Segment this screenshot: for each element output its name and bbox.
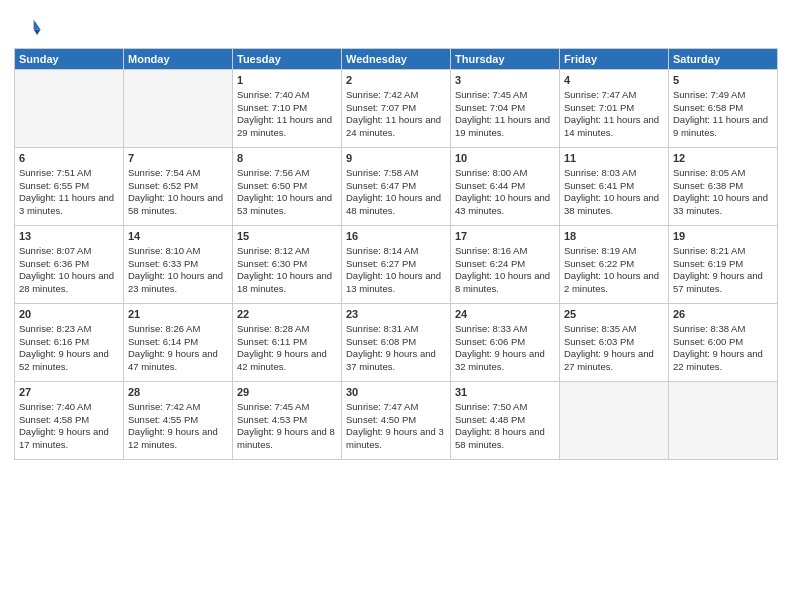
calendar-cell: 18Sunrise: 8:19 AMSunset: 6:22 PMDayligh… [560,226,669,304]
cell-content: 10Sunrise: 8:00 AMSunset: 6:44 PMDayligh… [455,151,555,218]
sunset-text: Sunset: 6:47 PM [346,180,416,191]
sunrise-text: Sunrise: 8:14 AM [346,245,418,256]
sunrise-text: Sunrise: 8:33 AM [455,323,527,334]
calendar-cell: 21Sunrise: 8:26 AMSunset: 6:14 PMDayligh… [124,304,233,382]
day-number: 9 [346,151,446,166]
sunrise-text: Sunrise: 8:10 AM [128,245,200,256]
day-number: 18 [564,229,664,244]
sunset-text: Sunset: 6:44 PM [455,180,525,191]
cell-content: 21Sunrise: 8:26 AMSunset: 6:14 PMDayligh… [128,307,228,374]
daylight-text: Daylight: 10 hours and 43 minutes. [455,192,550,216]
daylight-text: Daylight: 9 hours and 22 minutes. [673,348,763,372]
cell-content: 25Sunrise: 8:35 AMSunset: 6:03 PMDayligh… [564,307,664,374]
weekday-header: Thursday [451,49,560,70]
cell-content: 11Sunrise: 8:03 AMSunset: 6:41 PMDayligh… [564,151,664,218]
sunset-text: Sunset: 6:38 PM [673,180,743,191]
calendar-week-row: 27Sunrise: 7:40 AMSunset: 4:58 PMDayligh… [15,382,778,460]
calendar-cell: 15Sunrise: 8:12 AMSunset: 6:30 PMDayligh… [233,226,342,304]
day-number: 7 [128,151,228,166]
sunset-text: Sunset: 6:30 PM [237,258,307,269]
daylight-text: Daylight: 9 hours and 32 minutes. [455,348,545,372]
day-number: 16 [346,229,446,244]
day-number: 28 [128,385,228,400]
sunrise-text: Sunrise: 8:07 AM [19,245,91,256]
sunrise-text: Sunrise: 7:49 AM [673,89,745,100]
logo [14,14,46,42]
sunrise-text: Sunrise: 8:38 AM [673,323,745,334]
cell-content: 18Sunrise: 8:19 AMSunset: 6:22 PMDayligh… [564,229,664,296]
cell-content: 3Sunrise: 7:45 AMSunset: 7:04 PMDaylight… [455,73,555,140]
cell-content: 22Sunrise: 8:28 AMSunset: 6:11 PMDayligh… [237,307,337,374]
day-number: 17 [455,229,555,244]
sunset-text: Sunset: 6:41 PM [564,180,634,191]
sunset-text: Sunset: 4:58 PM [19,414,89,425]
sunset-text: Sunset: 4:53 PM [237,414,307,425]
sunset-text: Sunset: 6:52 PM [128,180,198,191]
daylight-text: Daylight: 10 hours and 33 minutes. [673,192,768,216]
day-number: 8 [237,151,337,166]
sunrise-text: Sunrise: 8:21 AM [673,245,745,256]
daylight-text: Daylight: 11 hours and 14 minutes. [564,114,659,138]
calendar-cell: 25Sunrise: 8:35 AMSunset: 6:03 PMDayligh… [560,304,669,382]
cell-content: 1Sunrise: 7:40 AMSunset: 7:10 PMDaylight… [237,73,337,140]
day-number: 6 [19,151,119,166]
cell-content: 12Sunrise: 8:05 AMSunset: 6:38 PMDayligh… [673,151,773,218]
cell-content: 9Sunrise: 7:58 AMSunset: 6:47 PMDaylight… [346,151,446,218]
calendar-cell [15,70,124,148]
calendar-cell: 14Sunrise: 8:10 AMSunset: 6:33 PMDayligh… [124,226,233,304]
cell-content: 29Sunrise: 7:45 AMSunset: 4:53 PMDayligh… [237,385,337,452]
daylight-text: Daylight: 9 hours and 17 minutes. [19,426,109,450]
day-number: 14 [128,229,228,244]
daylight-text: Daylight: 10 hours and 38 minutes. [564,192,659,216]
calendar-cell: 22Sunrise: 8:28 AMSunset: 6:11 PMDayligh… [233,304,342,382]
calendar-cell: 3Sunrise: 7:45 AMSunset: 7:04 PMDaylight… [451,70,560,148]
calendar-cell [124,70,233,148]
day-number: 19 [673,229,773,244]
day-number: 31 [455,385,555,400]
sunrise-text: Sunrise: 7:50 AM [455,401,527,412]
day-number: 11 [564,151,664,166]
cell-content: 27Sunrise: 7:40 AMSunset: 4:58 PMDayligh… [19,385,119,452]
cell-content: 20Sunrise: 8:23 AMSunset: 6:16 PMDayligh… [19,307,119,374]
day-number: 25 [564,307,664,322]
cell-content: 17Sunrise: 8:16 AMSunset: 6:24 PMDayligh… [455,229,555,296]
cell-content: 8Sunrise: 7:56 AMSunset: 6:50 PMDaylight… [237,151,337,218]
calendar-cell: 13Sunrise: 8:07 AMSunset: 6:36 PMDayligh… [15,226,124,304]
day-number: 22 [237,307,337,322]
calendar-week-row: 20Sunrise: 8:23 AMSunset: 6:16 PMDayligh… [15,304,778,382]
sunrise-text: Sunrise: 7:45 AM [237,401,309,412]
calendar-week-row: 13Sunrise: 8:07 AMSunset: 6:36 PMDayligh… [15,226,778,304]
sunset-text: Sunset: 6:03 PM [564,336,634,347]
cell-content: 30Sunrise: 7:47 AMSunset: 4:50 PMDayligh… [346,385,446,452]
day-number: 24 [455,307,555,322]
day-number: 26 [673,307,773,322]
calendar-cell: 31Sunrise: 7:50 AMSunset: 4:48 PMDayligh… [451,382,560,460]
svg-marker-1 [34,29,41,35]
sunrise-text: Sunrise: 8:03 AM [564,167,636,178]
calendar-week-row: 1Sunrise: 7:40 AMSunset: 7:10 PMDaylight… [15,70,778,148]
sunset-text: Sunset: 6:00 PM [673,336,743,347]
calendar-cell: 7Sunrise: 7:54 AMSunset: 6:52 PMDaylight… [124,148,233,226]
day-number: 1 [237,73,337,88]
day-number: 12 [673,151,773,166]
sunset-text: Sunset: 6:58 PM [673,102,743,113]
calendar-cell: 29Sunrise: 7:45 AMSunset: 4:53 PMDayligh… [233,382,342,460]
weekday-header-row: SundayMondayTuesdayWednesdayThursdayFrid… [15,49,778,70]
sunrise-text: Sunrise: 7:42 AM [346,89,418,100]
weekday-header: Sunday [15,49,124,70]
daylight-text: Daylight: 10 hours and 2 minutes. [564,270,659,294]
calendar-cell: 9Sunrise: 7:58 AMSunset: 6:47 PMDaylight… [342,148,451,226]
daylight-text: Daylight: 11 hours and 3 minutes. [19,192,114,216]
day-number: 20 [19,307,119,322]
day-number: 3 [455,73,555,88]
svg-marker-0 [34,20,41,30]
sunset-text: Sunset: 6:55 PM [19,180,89,191]
sunrise-text: Sunrise: 7:51 AM [19,167,91,178]
weekday-header: Monday [124,49,233,70]
sunset-text: Sunset: 6:16 PM [19,336,89,347]
page-header [14,10,778,42]
daylight-text: Daylight: 11 hours and 19 minutes. [455,114,550,138]
sunset-text: Sunset: 7:10 PM [237,102,307,113]
cell-content: 31Sunrise: 7:50 AMSunset: 4:48 PMDayligh… [455,385,555,452]
sunrise-text: Sunrise: 7:40 AM [19,401,91,412]
